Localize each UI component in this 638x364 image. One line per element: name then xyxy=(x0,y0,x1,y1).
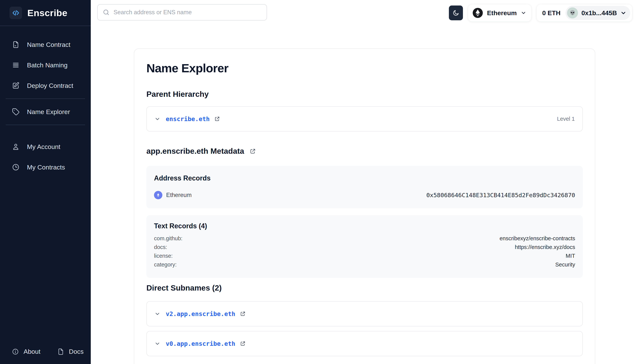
parent-hierarchy-row: enscribe.eth Level 1 xyxy=(146,106,583,132)
record-key: com.github: xyxy=(154,235,183,242)
address-record-row: Ethereum 0x58068646C148E313CB414E85d2Fe8… xyxy=(154,191,575,199)
sidebar-item-my-account[interactable]: My Account xyxy=(0,136,91,157)
sidebar-divider xyxy=(6,125,85,125)
external-link-icon[interactable] xyxy=(214,116,220,122)
wallet-account-chip: 0x1b...445B xyxy=(565,6,630,20)
app-title: Enscribe xyxy=(27,8,68,18)
sidebar-item-label: My Contracts xyxy=(27,164,65,171)
parent-hierarchy-heading: Parent Hierarchy xyxy=(146,90,583,99)
address-records-panel: Address Records Ethereum 0x58068646C148E… xyxy=(146,166,583,208)
sidebar-footer: About Docs xyxy=(0,348,91,364)
wallet-address: 0x1b...445B xyxy=(581,9,617,17)
record-key: license: xyxy=(154,253,173,259)
record-value: Security xyxy=(555,262,575,268)
tag-icon xyxy=(12,108,20,116)
name-explorer-card: Name Explorer Parent Hierarchy enscribe.… xyxy=(134,48,595,364)
chain-label: Ethereum xyxy=(166,192,192,198)
sidebar-item-label: Name Explorer xyxy=(27,108,70,116)
address-value: 0x58068646C148E313CB414E85d2Fe89dDc34268… xyxy=(426,192,575,198)
ens-name-link[interactable]: v0.app.enscribe.eth xyxy=(166,340,235,347)
record-value: enscribexyz/enscribe-contracts xyxy=(500,235,575,242)
text-record-row: category: Security xyxy=(154,262,575,270)
wallet-menu[interactable]: 0 ETH 0x1b...445B xyxy=(536,4,632,22)
sidebar-item-batch-naming[interactable]: Batch Naming xyxy=(0,55,91,75)
sidebar-item-label: Name Contract xyxy=(27,41,71,48)
list-icon xyxy=(12,61,20,69)
record-value: MIT xyxy=(566,253,575,259)
subname-row: v2.app.enscribe.eth xyxy=(146,301,583,326)
edit-icon xyxy=(12,82,20,90)
ethereum-chain-icon xyxy=(154,191,162,199)
search-icon xyxy=(103,9,110,16)
ens-name-link[interactable]: v2.app.enscribe.eth xyxy=(166,310,235,318)
docs-link[interactable]: Docs xyxy=(57,348,84,355)
sidebar-item-label: Batch Naming xyxy=(27,62,68,69)
wallet-balance: 0 ETH xyxy=(542,9,560,17)
search-bar xyxy=(97,4,267,20)
direct-subnames-heading: Direct Subnames (2) xyxy=(146,284,583,292)
sidebar-item-label: Deploy Contract xyxy=(27,82,73,90)
network-label: Ethereum xyxy=(487,9,517,17)
clock-icon xyxy=(12,163,20,171)
sidebar-divider xyxy=(6,98,85,99)
app-logo[interactable]: Enscribe xyxy=(0,0,91,26)
external-link-icon[interactable] xyxy=(250,148,256,154)
chevron-down-icon[interactable] xyxy=(154,116,161,122)
metadata-heading: app.enscribe.eth Metadata xyxy=(146,147,583,156)
external-link-icon[interactable] xyxy=(240,341,246,346)
text-record-row: com.github: enscribexyz/enscribe-contrac… xyxy=(154,235,575,244)
sidebar-item-deploy-contract[interactable]: Deploy Contract xyxy=(0,75,91,96)
file-icon xyxy=(57,348,64,355)
level-badge: Level 1 xyxy=(557,116,575,122)
footer-link-label: Docs xyxy=(69,348,84,355)
user-icon xyxy=(12,143,20,151)
search-input[interactable] xyxy=(97,4,267,20)
alien-avatar-icon xyxy=(567,8,578,18)
sidebar-item-name-contract[interactable]: Name Contract xyxy=(0,34,91,55)
chevron-down-icon xyxy=(521,10,526,16)
about-link[interactable]: About xyxy=(12,348,41,355)
main-area: Ethereum 0 ETH 0x1b...445B xyxy=(91,0,638,364)
sidebar: Enscribe Name Contract Batch Naming xyxy=(0,0,91,364)
address-records-heading: Address Records xyxy=(154,174,575,182)
network-selector[interactable]: Ethereum xyxy=(468,4,531,22)
metadata-heading-text: app.enscribe.eth Metadata xyxy=(146,147,244,156)
footer-link-label: About xyxy=(24,348,41,355)
sidebar-item-name-explorer[interactable]: Name Explorer xyxy=(0,102,91,122)
sidebar-nav: Name Contract Batch Naming Deploy Contra… xyxy=(0,26,91,178)
record-key: docs: xyxy=(154,244,167,250)
code-icon xyxy=(10,7,22,19)
ens-name-link[interactable]: enscribe.eth xyxy=(166,116,210,122)
ethereum-logo-icon xyxy=(472,8,483,18)
sidebar-item-my-contracts[interactable]: My Contracts xyxy=(0,157,91,178)
subname-row: v0.app.enscribe.eth xyxy=(146,331,583,356)
text-records-heading: Text Records (4) xyxy=(154,222,575,230)
chevron-down-icon[interactable] xyxy=(154,341,161,347)
dark-mode-toggle[interactable] xyxy=(449,6,463,20)
page-title: Name Explorer xyxy=(146,61,583,75)
document-icon xyxy=(12,40,20,48)
sidebar-item-label: My Account xyxy=(27,143,60,150)
chevron-down-icon xyxy=(620,10,626,16)
record-value: https://enscribe.xyz/docs xyxy=(515,244,575,250)
moon-icon xyxy=(452,10,459,16)
external-link-icon[interactable] xyxy=(240,311,246,317)
text-record-row: license: MIT xyxy=(154,253,575,262)
topbar-controls: Ethereum 0 ETH 0x1b...445B xyxy=(449,4,632,22)
text-records-panel: Text Records (4) com.github: enscribexyz… xyxy=(146,215,583,278)
text-record-row: docs: https://enscribe.xyz/docs xyxy=(154,244,575,253)
text-records-list: com.github: enscribexyz/enscribe-contrac… xyxy=(154,235,575,270)
record-key: category: xyxy=(154,262,177,268)
info-icon xyxy=(12,348,19,355)
chevron-down-icon[interactable] xyxy=(154,311,161,317)
